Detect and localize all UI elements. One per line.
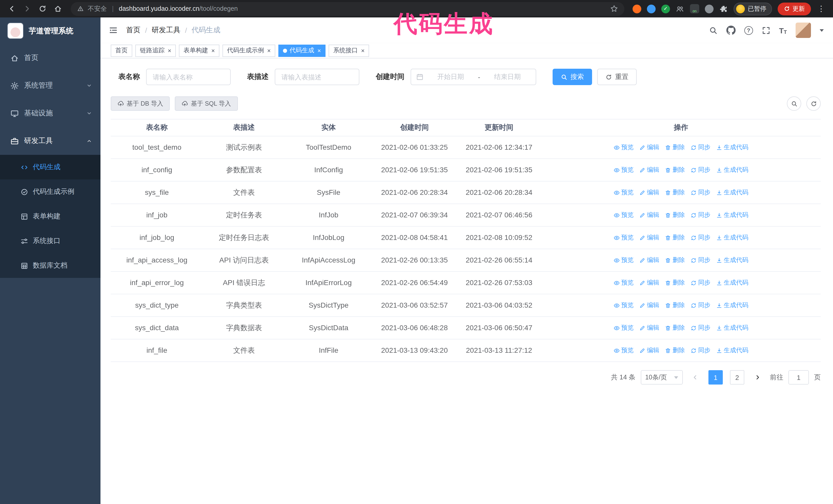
- view-tab[interactable]: 系统接口 ×: [329, 44, 369, 57]
- close-icon[interactable]: ×: [317, 47, 321, 54]
- edit-link[interactable]: 编辑: [639, 187, 659, 198]
- sidebar-item-api[interactable]: 系统接口: [0, 229, 100, 253]
- generate-code-link[interactable]: 生成代码: [716, 255, 748, 266]
- import-sql-button[interactable]: 基于 SQL 导入: [175, 96, 238, 111]
- generate-code-link[interactable]: 生成代码: [716, 187, 748, 198]
- profile-badge[interactable]: 已暂停: [734, 2, 772, 15]
- delete-link[interactable]: 删除: [665, 345, 685, 356]
- close-icon[interactable]: ×: [267, 47, 271, 54]
- sync-link[interactable]: 同步: [690, 300, 711, 311]
- sync-link[interactable]: 同步: [690, 187, 711, 198]
- sidebar-item-home[interactable]: 首页: [0, 44, 100, 72]
- preview-link[interactable]: 预览: [614, 278, 634, 288]
- prev-page-button[interactable]: [688, 370, 702, 385]
- edit-link[interactable]: 编辑: [639, 232, 659, 243]
- reload-icon[interactable]: [36, 2, 49, 16]
- edit-link[interactable]: 编辑: [639, 345, 659, 356]
- search-icon[interactable]: [709, 26, 717, 34]
- sidebar-fold-icon[interactable]: [100, 18, 126, 43]
- refresh-table-button[interactable]: [806, 96, 821, 111]
- help-icon[interactable]: ?: [744, 26, 753, 34]
- generate-code-link[interactable]: 生成代码: [716, 210, 748, 220]
- extensions-puzzle-icon[interactable]: [719, 4, 728, 13]
- preview-link[interactable]: 预览: [614, 322, 634, 333]
- browser-menu-icon[interactable]: ⋮: [816, 4, 826, 13]
- sidebar-item-codegen-example[interactable]: 代码生成示例: [0, 179, 100, 204]
- edit-link[interactable]: 编辑: [639, 300, 659, 311]
- forward-icon[interactable]: [21, 2, 34, 16]
- search-button[interactable]: 搜索: [553, 69, 592, 85]
- preview-link[interactable]: 预览: [614, 210, 634, 220]
- avatar-caret-icon[interactable]: [820, 29, 824, 31]
- sync-link[interactable]: 同步: [690, 165, 711, 175]
- preview-link[interactable]: 预览: [614, 345, 634, 356]
- generate-code-link[interactable]: 生成代码: [716, 165, 748, 175]
- delete-link[interactable]: 删除: [665, 255, 685, 266]
- generate-code-link[interactable]: 生成代码: [716, 345, 748, 356]
- sync-link[interactable]: 同步: [690, 255, 711, 266]
- delete-link[interactable]: 删除: [665, 232, 685, 243]
- sync-link[interactable]: 同步: [690, 322, 711, 333]
- preview-link[interactable]: 预览: [614, 232, 634, 243]
- view-tab[interactable]: 代码生成示例 ×: [222, 44, 275, 57]
- next-page-button[interactable]: [751, 370, 765, 385]
- edit-link[interactable]: 编辑: [639, 322, 659, 333]
- preview-link[interactable]: 预览: [614, 142, 634, 153]
- generate-code-link[interactable]: 生成代码: [716, 232, 748, 243]
- generate-code-link[interactable]: 生成代码: [716, 278, 748, 288]
- reset-button[interactable]: 重置: [597, 69, 637, 85]
- address-bar[interactable]: 不安全 | dashboard.yudao.iocoder.cn/tool/co…: [71, 2, 624, 16]
- extension-icon-gray[interactable]: [705, 4, 714, 13]
- extension-icon-blue[interactable]: [647, 4, 656, 13]
- user-avatar[interactable]: [795, 23, 811, 38]
- extension-icon-people[interactable]: [675, 4, 684, 13]
- sync-link[interactable]: 同步: [690, 345, 711, 356]
- delete-link[interactable]: 删除: [665, 210, 685, 220]
- view-tab[interactable]: 链路追踪 ×: [135, 44, 176, 57]
- show-search-toggle-button[interactable]: [787, 96, 801, 111]
- edit-link[interactable]: 编辑: [639, 210, 659, 220]
- goto-page-input[interactable]: [788, 370, 809, 385]
- extension-icon-orange[interactable]: [633, 4, 641, 13]
- preview-link[interactable]: 预览: [614, 300, 634, 311]
- back-icon[interactable]: [5, 2, 19, 16]
- edit-link[interactable]: 编辑: [639, 142, 659, 153]
- sync-link[interactable]: 同步: [690, 210, 711, 220]
- sidebar-item-devtools[interactable]: 研发工具: [0, 127, 100, 155]
- generate-code-link[interactable]: 生成代码: [716, 300, 748, 311]
- bookmark-star-icon[interactable]: [610, 5, 618, 13]
- sidebar-item-system[interactable]: 系统管理: [0, 72, 100, 99]
- table-name-input[interactable]: [146, 69, 231, 85]
- edit-link[interactable]: 编辑: [639, 165, 659, 175]
- delete-link[interactable]: 删除: [665, 300, 685, 311]
- view-tab[interactable]: 首页 ×: [111, 44, 132, 57]
- date-range-picker[interactable]: 开始日期 - 结束日期: [411, 69, 536, 85]
- preview-link[interactable]: 预览: [614, 165, 634, 175]
- preview-link[interactable]: 预览: [614, 187, 634, 198]
- table-desc-input[interactable]: [275, 69, 359, 85]
- delete-link[interactable]: 删除: [665, 187, 685, 198]
- extension-icon-on-badge[interactable]: on: [690, 4, 699, 13]
- delete-link[interactable]: 删除: [665, 142, 685, 153]
- fullscreen-icon[interactable]: [761, 26, 770, 34]
- close-icon[interactable]: ×: [361, 47, 364, 54]
- edit-link[interactable]: 编辑: [639, 278, 659, 288]
- sync-link[interactable]: 同步: [690, 232, 711, 243]
- extension-icon-green-check[interactable]: ✓: [661, 4, 670, 13]
- breadcrumb-devtools[interactable]: 研发工具: [152, 26, 181, 35]
- sync-link[interactable]: 同步: [690, 142, 711, 153]
- view-tab[interactable]: 表单构建 ×: [179, 44, 219, 57]
- sidebar-item-form-builder[interactable]: 表单构建: [0, 204, 100, 229]
- sidebar-item-db-doc[interactable]: 数据库文档: [0, 253, 100, 278]
- page-size-select[interactable]: 10条/页: [641, 370, 683, 385]
- generate-code-link[interactable]: 生成代码: [716, 322, 748, 333]
- delete-link[interactable]: 删除: [665, 322, 685, 333]
- view-tab[interactable]: 代码生成 ×: [278, 44, 326, 57]
- import-db-button[interactable]: 基于 DB 导入: [111, 96, 170, 111]
- sidebar-item-codegen[interactable]: 代码生成: [0, 155, 100, 179]
- sync-link[interactable]: 同步: [690, 278, 711, 288]
- delete-link[interactable]: 删除: [665, 278, 685, 288]
- page-number-button[interactable]: 1: [709, 370, 723, 385]
- home-icon[interactable]: [51, 2, 65, 16]
- generate-code-link[interactable]: 生成代码: [716, 142, 748, 153]
